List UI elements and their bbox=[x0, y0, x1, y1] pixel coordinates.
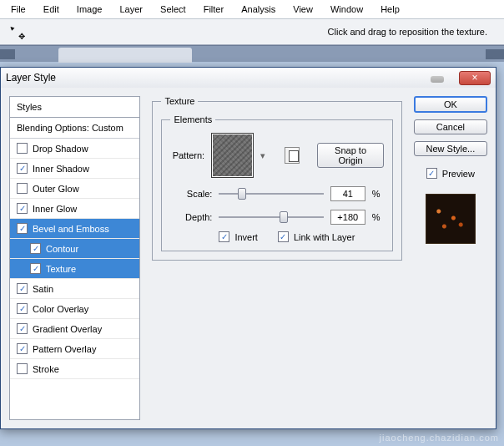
depth-unit: % bbox=[372, 212, 384, 222]
style-satin[interactable]: Satin bbox=[10, 279, 139, 299]
menu-image[interactable]: Image bbox=[69, 2, 110, 17]
label-inner-glow: Inner Glow bbox=[33, 204, 77, 214]
styles-header[interactable]: Styles bbox=[10, 97, 139, 118]
preview-thumbnail bbox=[426, 194, 476, 244]
depth-label: Depth: bbox=[170, 212, 212, 222]
depth-input[interactable]: +180 bbox=[330, 210, 365, 225]
style-outer-glow[interactable]: Outer Glow bbox=[10, 179, 139, 199]
style-pattern-overlay[interactable]: Pattern Overlay bbox=[10, 339, 139, 359]
scale-input[interactable]: 41 bbox=[330, 186, 365, 201]
checkbox-bevel-emboss[interactable] bbox=[17, 223, 28, 234]
checkbox-satin[interactable] bbox=[17, 283, 28, 294]
label-satin: Satin bbox=[33, 284, 53, 294]
checkbox-inner-glow[interactable] bbox=[17, 203, 28, 214]
label-color-overlay: Color Overlay bbox=[33, 304, 88, 314]
new-preset-button[interactable] bbox=[285, 147, 300, 164]
scale-unit: % bbox=[372, 189, 384, 199]
label-drop-shadow: Drop Shadow bbox=[33, 144, 88, 154]
checkbox-pattern-overlay[interactable] bbox=[17, 343, 28, 354]
ok-button[interactable]: OK bbox=[414, 96, 487, 113]
checkbox-contour[interactable] bbox=[30, 243, 41, 254]
move-tool-icon[interactable] bbox=[8, 24, 23, 39]
menu-layer[interactable]: Layer bbox=[112, 2, 150, 17]
minimize-placeholder bbox=[431, 76, 444, 83]
dialog-title: Layer Style bbox=[6, 72, 56, 84]
dialog-buttons: OK Cancel New Style... Preview bbox=[414, 96, 487, 420]
label-stroke: Stroke bbox=[33, 364, 59, 374]
menu-analysis[interactable]: Analysis bbox=[234, 2, 283, 17]
style-texture[interactable]: Texture bbox=[10, 259, 139, 279]
document-tab[interactable] bbox=[58, 48, 192, 63]
style-inner-glow[interactable]: Inner Glow bbox=[10, 199, 139, 219]
label-contour: Contour bbox=[46, 244, 78, 254]
label-pattern-overlay: Pattern Overlay bbox=[33, 344, 96, 354]
checkbox-drop-shadow[interactable] bbox=[17, 143, 28, 154]
menubar: File Edit Image Layer Select Filter Anal… bbox=[0, 0, 504, 19]
style-contour[interactable]: Contour bbox=[10, 239, 139, 259]
checkbox-color-overlay[interactable] bbox=[17, 303, 28, 314]
document-tabbar bbox=[0, 45, 504, 62]
label-bevel-emboss: Bevel and Emboss bbox=[33, 224, 109, 234]
checkbox-texture[interactable] bbox=[30, 263, 41, 274]
blending-options-item[interactable]: Blending Options: Custom bbox=[10, 118, 139, 139]
texture-group: Texture Elements Pattern: ▾ Snap to Orig… bbox=[152, 96, 401, 261]
label-gradient-overlay: Gradient Overlay bbox=[33, 324, 102, 334]
menu-help[interactable]: Help bbox=[373, 2, 407, 17]
pattern-swatch[interactable] bbox=[211, 133, 254, 178]
link-with-layer-checkbox[interactable] bbox=[278, 231, 289, 242]
cancel-button[interactable]: Cancel bbox=[414, 119, 487, 134]
pattern-label: Pattern: bbox=[170, 150, 204, 160]
new-style-button[interactable]: New Style... bbox=[414, 141, 487, 156]
styles-list: Styles Blending Options: Custom Drop Sha… bbox=[9, 96, 140, 420]
checkbox-stroke[interactable] bbox=[17, 363, 28, 374]
snap-to-origin-button[interactable]: Snap to Origin bbox=[317, 143, 383, 168]
tool-description: Click and drag to reposition the texture… bbox=[328, 27, 487, 37]
menu-edit[interactable]: Edit bbox=[36, 2, 67, 17]
style-gradient-overlay[interactable]: Gradient Overlay bbox=[10, 319, 139, 339]
menu-filter[interactable]: Filter bbox=[196, 2, 231, 17]
close-button[interactable]: × bbox=[459, 71, 491, 85]
texture-legend: Texture bbox=[161, 96, 198, 106]
checkbox-inner-shadow[interactable] bbox=[17, 163, 28, 174]
elements-legend: Elements bbox=[170, 114, 215, 124]
pattern-picker-arrow-icon[interactable]: ▾ bbox=[260, 150, 267, 161]
menu-file[interactable]: File bbox=[3, 2, 33, 17]
invert-label: Invert bbox=[234, 232, 258, 242]
menu-window[interactable]: Window bbox=[323, 2, 370, 17]
link-with-layer-label: Link with Layer bbox=[294, 232, 355, 242]
dialog-titlebar[interactable]: Layer Style × bbox=[1, 68, 496, 88]
style-drop-shadow[interactable]: Drop Shadow bbox=[10, 139, 139, 159]
elements-group: Elements Pattern: ▾ Snap to Origin Scale… bbox=[161, 114, 392, 251]
menu-select[interactable]: Select bbox=[153, 2, 194, 17]
style-color-overlay[interactable]: Color Overlay bbox=[10, 299, 139, 319]
checkbox-outer-glow[interactable] bbox=[17, 183, 28, 194]
watermark-text: jiaocheng.chazidian.com bbox=[380, 433, 499, 443]
preview-label: Preview bbox=[442, 169, 475, 179]
invert-checkbox[interactable] bbox=[219, 231, 229, 242]
checkbox-gradient-overlay[interactable] bbox=[17, 323, 28, 334]
label-inner-shadow: Inner Shadow bbox=[33, 164, 89, 174]
style-stroke[interactable]: Stroke bbox=[10, 359, 139, 379]
style-bevel-emboss[interactable]: Bevel and Emboss bbox=[10, 219, 139, 239]
options-bar: Click and drag to reposition the texture… bbox=[0, 19, 504, 45]
menu-view[interactable]: View bbox=[285, 2, 320, 17]
scale-label: Scale: bbox=[170, 189, 212, 199]
depth-slider[interactable] bbox=[219, 210, 323, 224]
style-inner-shadow[interactable]: Inner Shadow bbox=[10, 159, 139, 179]
preview-checkbox[interactable] bbox=[426, 168, 437, 179]
settings-panel: Texture Elements Pattern: ▾ Snap to Orig… bbox=[152, 96, 401, 420]
label-texture: Texture bbox=[46, 264, 76, 274]
scale-slider[interactable] bbox=[219, 187, 323, 200]
label-outer-glow: Outer Glow bbox=[33, 184, 79, 194]
layer-style-dialog: Layer Style × Styles Blending Options: C… bbox=[0, 67, 496, 429]
